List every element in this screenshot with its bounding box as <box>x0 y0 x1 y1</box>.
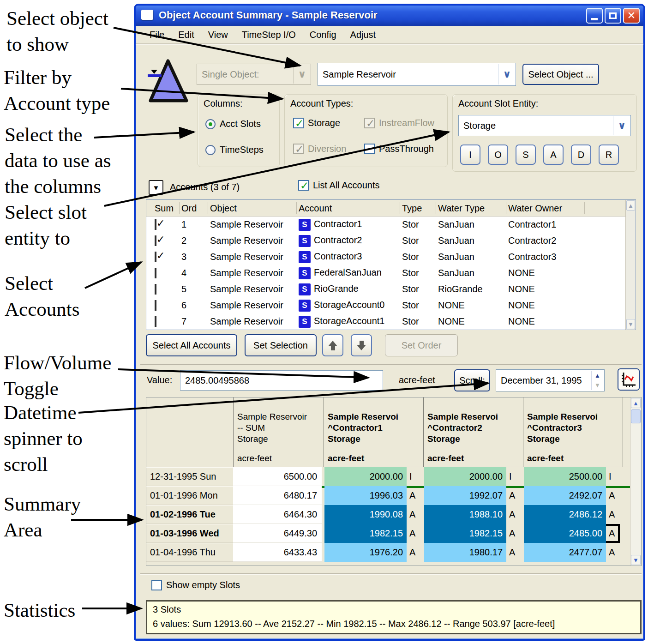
row-checkbox[interactable] <box>155 235 156 246</box>
row-checkbox[interactable] <box>155 219 156 230</box>
entity-button-o[interactable]: O <box>488 144 508 165</box>
flag: I <box>407 467 420 486</box>
row-checkbox[interactable] <box>155 268 156 278</box>
entity-button-r[interactable]: R <box>599 144 619 165</box>
select-all-accounts-button[interactable]: Select All Accounts <box>146 334 237 356</box>
aggregation-mode-combobox[interactable]: Single Object: ∨ <box>197 64 311 85</box>
entity-button-d[interactable]: D <box>571 144 591 165</box>
menu-adjust[interactable]: Adjust <box>350 30 376 40</box>
sum-cell[interactable]: 6480.17 <box>233 486 322 505</box>
scrollbar-thumb[interactable] <box>631 409 641 423</box>
radio-timesteps[interactable]: TimeSteps <box>205 144 264 155</box>
summary-col-header-sum[interactable]: Sample Reservoir -- SUM Storage acre-fee… <box>234 397 324 467</box>
entity-button-s[interactable]: S <box>516 144 536 165</box>
move-up-button[interactable] <box>322 334 343 356</box>
checkbox-icon <box>364 144 375 154</box>
set-selection-button[interactable]: Set Selection <box>245 334 317 356</box>
value-cell[interactable]: 1992.07A <box>424 486 520 505</box>
value-cell[interactable]: 1980.17A <box>424 543 520 562</box>
menu-edit[interactable]: Edit <box>178 30 194 40</box>
value-cell[interactable]: 1976.20A <box>324 543 420 562</box>
summary-col-header-contractor1[interactable]: Sample Reservoi ^Contractor1 Storage acr… <box>324 397 423 467</box>
table-row[interactable]: 4 Sample Reservoir SFederalSanJuan Stor … <box>146 265 636 281</box>
slot-entity-combobox[interactable]: Storage ∨ <box>458 115 631 136</box>
row-checkbox[interactable] <box>155 300 156 311</box>
col-header-water-owner[interactable]: Water Owner <box>506 202 585 214</box>
window-title: Object Account Summary - Sample Reservoi… <box>159 9 378 21</box>
plot-button[interactable] <box>618 368 640 391</box>
selected-value-cell[interactable]: 2485.00A <box>524 524 620 543</box>
flag: A <box>407 524 420 543</box>
col-header-account[interactable]: Account <box>297 202 400 214</box>
value-cell[interactable]: 2000.00I <box>324 467 420 486</box>
scroll-up-icon[interactable]: ▲ <box>631 398 641 408</box>
accounts-dropdown-button[interactable]: ▼ <box>149 180 163 195</box>
menu-bar: File Edit View TimeStep I/O Config Adjus… <box>136 26 643 44</box>
menu-timestep-io[interactable]: TimeStep I/O <box>242 30 296 40</box>
entity-button-a[interactable]: A <box>543 144 564 165</box>
down-arrow-icon <box>357 341 366 350</box>
row-checkbox[interactable] <box>155 316 156 327</box>
annotation-datetime: Datetime spinner to scroll <box>4 400 83 477</box>
value-cell[interactable]: 2492.07A <box>524 486 620 505</box>
spinner-up-icon[interactable]: ▲ <box>592 371 603 380</box>
value-cell[interactable]: 1990.08A <box>324 505 420 524</box>
datetime-spinner[interactable]: December 31, 1995 ▲ ▼ <box>496 369 605 391</box>
col-header-ord[interactable]: Ord <box>180 202 208 214</box>
col-header-object[interactable]: Object <box>208 202 297 214</box>
value-cell[interactable]: 2000.00I <box>424 467 520 486</box>
value-cell[interactable]: 2500.00I <box>524 467 620 486</box>
menu-file[interactable]: File <box>150 30 164 40</box>
close-button[interactable]: ✕ <box>623 8 640 24</box>
checkbox-list-all-accounts[interactable]: List All Accounts <box>298 180 380 191</box>
checkbox-storage[interactable]: Storage <box>293 118 340 128</box>
table-row[interactable]: 3 Sample Reservoir SContractor3 Stor San… <box>146 249 636 265</box>
table-row[interactable]: 7 Sample Reservoir SStorageAccount1 Stor… <box>146 313 636 330</box>
row-checkbox[interactable] <box>155 252 156 262</box>
accounts-count-label: Accounts (3 of 7) <box>170 182 240 193</box>
checkbox-show-empty-slots[interactable]: Show empty Slots <box>151 580 240 590</box>
menu-config[interactable]: Config <box>310 30 336 40</box>
title-bar[interactable]: Object Account Summary - Sample Reservoi… <box>136 6 643 26</box>
table-row[interactable]: 6 Sample Reservoir SStorageAccount0 Stor… <box>146 297 636 313</box>
summary-col-header-contractor3[interactable]: Sample Reservoi ^Contractor3 Storage acr… <box>523 397 623 467</box>
value-cell[interactable]: 2477.07A <box>524 543 620 562</box>
sum-cell[interactable]: 6464.30 <box>233 505 322 524</box>
value-cell[interactable]: 2486.12A <box>524 505 620 524</box>
units-label[interactable]: acre-feet <box>399 375 435 385</box>
row-checkbox[interactable] <box>155 284 156 295</box>
value-cell[interactable]: 1988.10A <box>424 505 520 524</box>
col-header-water-type[interactable]: Water Type <box>436 202 506 214</box>
accounts-scrollbar[interactable]: ▲ ▼ <box>625 200 636 330</box>
move-down-button[interactable] <box>351 334 372 356</box>
sum-cell[interactable]: 6500.00 <box>233 467 322 486</box>
sum-cell[interactable]: 6433.43 <box>233 543 322 562</box>
table-row[interactable]: 5 Sample Reservoir SRioGrande Stor RioGr… <box>146 281 636 297</box>
scroll-button[interactable]: Scroll: <box>454 369 490 391</box>
spinner-down-icon[interactable]: ▼ <box>592 380 603 390</box>
scroll-down-icon[interactable]: ▼ <box>626 319 635 329</box>
maximize-button[interactable] <box>605 8 621 24</box>
summary-scrollbar[interactable]: ▲ ▼ <box>630 397 641 566</box>
select-object-button[interactable]: Select Object ... <box>522 64 599 85</box>
value-cell[interactable]: 1996.03A <box>324 486 420 505</box>
value-input[interactable] <box>180 370 383 391</box>
table-row[interactable]: 2 Sample Reservoir SContractor2 Stor San… <box>146 233 636 249</box>
value-cell[interactable]: 1982.15A <box>424 524 520 543</box>
minimize-button[interactable] <box>586 8 603 24</box>
table-row[interactable]: 1 Sample Reservoir SContractor1 Stor San… <box>146 217 636 233</box>
accounts-table: Sum Ord Object Account Type Water Type W… <box>146 199 636 330</box>
scroll-up-icon[interactable]: ▲ <box>626 200 635 211</box>
summary-row: 01-03-1996 Wed 6449.30 1982.15A 1982.15A… <box>146 524 630 543</box>
checkbox-passthrough[interactable]: PassThrough <box>364 144 434 154</box>
menu-view[interactable]: View <box>208 30 228 40</box>
scroll-down-icon[interactable]: ▼ <box>631 555 641 565</box>
summary-col-header-contractor2[interactable]: Sample Reservoi ^Contractor2 Storage acr… <box>424 397 523 467</box>
sum-cell[interactable]: 6449.30 <box>233 524 322 543</box>
col-header-type[interactable]: Type <box>400 202 436 214</box>
radio-acct-slots[interactable]: Acct Slots <box>205 119 261 129</box>
value-cell[interactable]: 1982.15A <box>324 524 420 543</box>
entity-button-i[interactable]: I <box>460 144 480 165</box>
col-header-sum[interactable]: Sum <box>153 202 180 214</box>
object-combobox[interactable]: Sample Reservoir ∨ <box>318 63 516 86</box>
